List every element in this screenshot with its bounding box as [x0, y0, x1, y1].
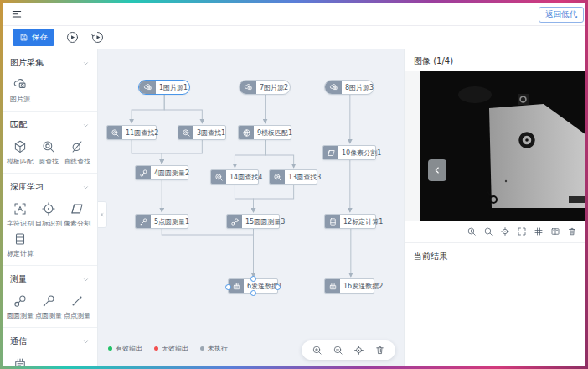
sidebar-tool-label: 图片源 [10, 95, 30, 104]
canvas-locate-button[interactable] [353, 345, 364, 356]
flow-node-7[interactable]: 7图片源2 [239, 80, 291, 95]
flow-node-12[interactable]: 12标定计算1 [324, 214, 376, 229]
sidebar-tool-item[interactable]: 圆查找 [34, 139, 63, 166]
canvas-zoom-out-button[interactable] [333, 345, 343, 356]
camera-cloud-icon [13, 77, 28, 92]
sidebar-section: 匹配模板匹配圆查找直线查找 [3, 112, 97, 174]
circle-circle-measure-icon [13, 294, 28, 309]
sidebar-section-header[interactable]: 图片采集 [3, 53, 97, 72]
image-zoom-in-button[interactable] [467, 226, 477, 236]
sidebar-section-header[interactable]: 匹配 [3, 115, 97, 134]
sidebar-tool-item[interactable]: 直线查找 [63, 139, 91, 166]
ocr-icon [13, 201, 28, 216]
app-body: 图片采集图片源匹配模板匹配圆查找直线查找深度学习字符识别目标识别像素分割标定计算… [3, 49, 585, 366]
line-find-icon [70, 139, 85, 154]
sidebar-tool-item[interactable]: 字符识别 [6, 201, 34, 228]
flow-node-11[interactable]: 11圆查找2 [106, 125, 157, 140]
flow-node-16[interactable]: 16发送数据2 [324, 278, 374, 294]
flow-node-label: 9模板匹配1 [254, 128, 296, 138]
flow-edge-14-15 [235, 184, 253, 212]
flow-edges [98, 49, 404, 366]
sidebar-tool-item[interactable]: 模板匹配 [6, 139, 34, 166]
flow-node-label: 3圆查找1 [193, 128, 229, 138]
image-toolbar [405, 221, 585, 243]
flow-node-4[interactable]: 4圆圆测量2 [135, 165, 188, 180]
sidebar-tool-item[interactable]: 点点测量 [63, 294, 91, 320]
sidebar-tool-label: 圆圆测量 [7, 311, 34, 320]
pixel-segment-icon [323, 146, 338, 159]
play-icon[interactable] [65, 30, 80, 44]
node-connection-handle[interactable] [250, 276, 256, 282]
flow-canvas[interactable]: 有效输出无效输出未执行 1图片源17图片源28图片源311圆查找23圆查找19模… [98, 49, 404, 366]
image-fullscreen-button[interactable] [517, 226, 527, 236]
point-circle-measure-icon [41, 294, 56, 309]
point-circle-measure-icon [136, 215, 151, 228]
image-delete-button[interactable] [567, 226, 577, 236]
sidebar-tool-label: 字符识别 [7, 219, 34, 228]
circle-find-icon [270, 170, 285, 184]
save-icon [19, 33, 28, 42]
flow-node-label: 13圆查找3 [285, 173, 324, 182]
sidebar-tool-item[interactable]: 点圆测量 [34, 294, 63, 320]
image-compare-button[interactable] [550, 226, 560, 236]
canvas-delete-button[interactable] [374, 345, 385, 356]
tcp-device-icon [325, 279, 340, 293]
flow-node-label: 4圆圆测量2 [151, 169, 193, 178]
flow-node-10[interactable]: 10像素分割1 [322, 145, 376, 160]
sidebar-tool-item[interactable]: 圆圆测量 [6, 294, 34, 320]
image-grid-button[interactable] [534, 226, 544, 236]
flow-node-13[interactable]: 13圆查找3 [269, 169, 317, 184]
flow-edge-5-6 [162, 229, 253, 277]
sidebar-tool-label: 目标识别 [35, 219, 62, 228]
node-connection-handle[interactable] [275, 284, 281, 290]
step-run-icon[interactable] [90, 30, 105, 44]
sidebar-section-title: 图片采集 [10, 57, 44, 69]
save-button[interactable]: 保存 [13, 29, 54, 46]
chevron-down-icon [82, 338, 90, 346]
sidebar-tool-item[interactable]: 目标识别 [34, 201, 63, 228]
flow-node-8[interactable]: 8图片源3 [324, 80, 374, 95]
image-viewer [405, 71, 585, 221]
sidebar-section-header[interactable]: 深度学习 [3, 177, 97, 196]
flow-node-1[interactable]: 1图片源1 [138, 80, 190, 95]
sidebar-section-title: 测量 [10, 273, 27, 285]
result-empty-area [405, 270, 585, 366]
flow-node-3[interactable]: 3圆查找1 [178, 125, 226, 140]
camera-cloud-icon [325, 81, 342, 94]
flow-node-label: 8图片源3 [342, 83, 377, 92]
sidebar-tool-item[interactable]: 图片源 [6, 77, 34, 104]
sidebar-tool-label: 直线查找 [64, 157, 90, 166]
node-connection-handle[interactable] [225, 284, 231, 290]
inspection-image [405, 71, 585, 221]
legend-dot [108, 346, 112, 351]
flow-node-6[interactable]: 6发送数据1 [228, 278, 278, 294]
previous-image-button[interactable] [428, 159, 446, 181]
flow-node-14[interactable]: 14圆查找4 [210, 169, 259, 184]
chevron-down-icon [82, 184, 90, 191]
target-detect-icon [41, 201, 56, 216]
sidebar-section: 测量圆圆测量点圆测量点点测量 [3, 266, 97, 328]
image-zoom-out-button[interactable] [483, 226, 493, 236]
sidebar-section-header[interactable]: 通信 [3, 331, 97, 351]
flow-node-label: 14圆查找4 [226, 173, 266, 182]
flow-node-15[interactable]: 15圆圆测量3 [226, 214, 280, 229]
menu-icon[interactable] [11, 8, 23, 20]
flow-edge-9-13 [266, 140, 294, 168]
flow-edge-3-4 [162, 140, 202, 164]
sidebar-collapse-handle[interactable] [98, 201, 107, 228]
sidebar-tool-item[interactable]: 像素分割 [63, 201, 91, 228]
node-connection-handle[interactable] [250, 290, 256, 296]
flow-node-9[interactable]: 9模板匹配1 [238, 125, 291, 140]
image-locate-button[interactable] [500, 226, 510, 236]
sidebar-tool-item[interactable] [6, 356, 34, 366]
canvas-zoom-in-button[interactable] [312, 345, 322, 356]
sidebar-tool-label: 模板匹配 [7, 157, 34, 166]
back-to-lowcode-button[interactable]: 返回低代 [539, 7, 584, 23]
sphere-match-icon [239, 126, 254, 139]
sidebar-tool-item[interactable]: 标定计算 [6, 231, 34, 258]
sidebar-section-header[interactable]: 测量 [3, 269, 97, 288]
legend-label: 有效输出 [116, 344, 142, 353]
canvas-zoom-toolbar [302, 340, 395, 360]
legend-label: 无效输出 [162, 344, 188, 353]
flow-node-5[interactable]: 5点圆测量1 [135, 214, 188, 229]
